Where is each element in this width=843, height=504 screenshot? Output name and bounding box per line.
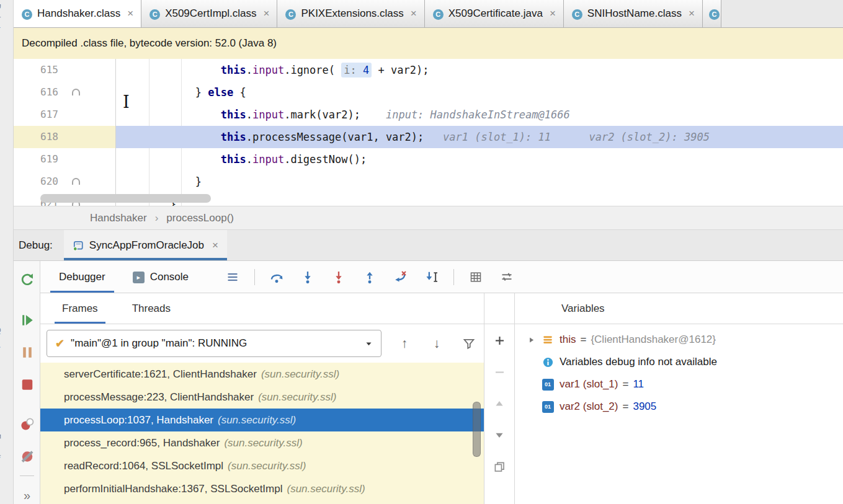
debug-session-label: SyncAppFromOracleJob xyxy=(89,239,204,252)
add-button[interactable] xyxy=(492,333,507,348)
breadcrumb-method[interactable]: processLoop() xyxy=(166,212,234,224)
run-config-icon xyxy=(73,240,84,251)
tab-close-icon[interactable]: × xyxy=(127,7,133,20)
hide-chevrons-button[interactable]: » xyxy=(19,487,35,504)
gutter[interactable]: 615 xyxy=(14,59,116,81)
code-text[interactable]: this.input.ignore( i: 4 + var2); xyxy=(116,59,843,81)
pause-button[interactable] xyxy=(19,344,35,361)
editor-tab[interactable]: CHandshaker.class× xyxy=(14,0,141,27)
line-number: 620 xyxy=(25,170,58,193)
code-text[interactable]: this.input.mark(var2); input: HandshakeI… xyxy=(116,104,843,126)
banner-text: Decompiled .class file, bytecode version… xyxy=(22,37,277,50)
thread-selector[interactable]: ✔"main"@1 in group "main": RUNNING xyxy=(47,330,381,357)
tab-close-icon[interactable]: × xyxy=(411,7,417,20)
step-out-button[interactable] xyxy=(359,267,380,288)
frame-location: serverCertificate:1621, ClientHandshaker xyxy=(64,368,257,381)
gutter[interactable]: 618 xyxy=(14,126,116,148)
stack-frame-row[interactable]: process_record:965, Handshaker(sun.secur… xyxy=(40,431,484,454)
variable-name: var1 (slot_1) xyxy=(560,378,618,391)
view-options-button[interactable] xyxy=(496,267,517,288)
editor-tab[interactable]: CSNIHostName.class× xyxy=(564,0,703,27)
gutter[interactable]: 619 xyxy=(14,148,116,170)
mute-breakpoints-button[interactable] xyxy=(19,448,35,465)
force-step-into-button[interactable] xyxy=(328,267,349,288)
tab-threads[interactable]: Threads xyxy=(132,293,171,324)
stop-button[interactable] xyxy=(19,376,35,393)
down-arrow-icon: ↓ xyxy=(434,336,440,351)
tab-close-icon[interactable]: × xyxy=(264,7,270,20)
editor-tab-label: X509CertImpl.class xyxy=(165,7,256,20)
class-icon: C xyxy=(285,7,296,20)
gutter[interactable]: 620 xyxy=(14,170,116,193)
variable-row[interactable]: this={ClientHandshaker@1612} xyxy=(515,329,843,351)
gutter[interactable]: 616 xyxy=(14,81,116,104)
tab-close-icon[interactable]: × xyxy=(689,7,695,20)
up-arrow-icon: ↑ xyxy=(401,336,408,351)
stripe-label-project[interactable]: Project xyxy=(0,4,2,29)
gutter[interactable]: 617 xyxy=(14,104,116,126)
up-arrow-button[interactable]: ↑ xyxy=(395,334,414,353)
debug-session-bar: Debug: SyncAppFromOracleJob × xyxy=(14,230,843,261)
editor-tab[interactable]: CX509Certificate.java× xyxy=(425,0,564,27)
editor-tab-label: Handshaker.class xyxy=(37,7,120,20)
funnel-button[interactable] xyxy=(460,334,478,353)
move-down-button[interactable] xyxy=(492,428,507,443)
view-breakpoints-button[interactable] xyxy=(19,416,35,433)
step-over-button[interactable] xyxy=(266,267,287,288)
expand-chevron-icon[interactable] xyxy=(522,336,540,344)
session-close-icon[interactable]: × xyxy=(212,239,218,252)
tab-debugger[interactable]: Debugger xyxy=(54,261,110,293)
variable-row[interactable]: Variables debug info not available xyxy=(515,351,843,373)
stripe-label-favorites[interactable]: Favorites xyxy=(0,434,2,467)
stack-frame-row[interactable]: readRecord:1064, SSLSocketImpl(sun.secur… xyxy=(40,454,484,477)
tab-close-icon[interactable]: × xyxy=(550,7,556,20)
move-up-button[interactable] xyxy=(492,396,507,411)
editor-tab-label: PKIXExtensions.class xyxy=(301,7,403,20)
pause-icon xyxy=(20,345,35,360)
tab-console[interactable]: ▸ Console xyxy=(128,261,194,293)
stripe-label-structure[interactable]: Structure xyxy=(0,327,2,360)
fold-marker-icon[interactable] xyxy=(72,89,80,95)
stack-frame-row[interactable]: performInitialHandshake:1367, SSLSocketI… xyxy=(40,477,484,500)
code-lines: 615 this.input.ignore( i: 4 + var2);616 … xyxy=(14,59,843,206)
table-button[interactable] xyxy=(465,267,486,288)
frames-scrollbar[interactable] xyxy=(473,402,481,457)
frames-actions-column xyxy=(484,293,515,504)
code-text[interactable]: } else { xyxy=(116,81,843,104)
fold-marker-icon[interactable] xyxy=(72,178,80,185)
rerun-button[interactable] xyxy=(19,272,35,288)
menu-button[interactable] xyxy=(222,267,243,288)
toolbar-separator xyxy=(20,475,34,476)
variable-value: 11 xyxy=(633,378,644,391)
variable-row[interactable]: 01var2 (slot_2)=3905 xyxy=(515,396,843,418)
editor-tab[interactable]: C xyxy=(703,0,721,27)
down-arrow-button[interactable]: ↓ xyxy=(427,334,446,353)
primitive-icon: 01 xyxy=(540,401,556,413)
code-text[interactable]: this.processMessage(var1, var2); var1 (s… xyxy=(116,126,843,148)
tab-frames[interactable]: Frames xyxy=(62,293,98,324)
breadcrumb-separator-icon: › xyxy=(155,212,159,224)
stack-frame-row[interactable]: processMessage:223, ClientHandshaker(sun… xyxy=(40,386,484,409)
editor-tab[interactable]: CPKIXExtensions.class× xyxy=(277,0,424,27)
code-text[interactable]: } xyxy=(116,193,843,206)
resume-button[interactable] xyxy=(19,312,35,329)
copy-stack-button[interactable] xyxy=(492,459,507,474)
remove-button[interactable] xyxy=(492,365,507,379)
debugger-toolbar: Debugger ▸ Console xyxy=(40,261,843,293)
breadcrumb-class[interactable]: Handshaker xyxy=(90,212,147,224)
thread-selector-value: "main"@1 in group "main": RUNNING xyxy=(71,337,365,350)
code-text[interactable]: } xyxy=(116,170,843,193)
code-editor[interactable]: 615 this.input.ignore( i: 4 + var2);616 … xyxy=(14,59,843,206)
drop-frame-button[interactable] xyxy=(390,267,411,288)
code-text[interactable]: this.input.digestNow(); xyxy=(116,148,843,170)
stack-frame-row[interactable]: processLoop:1037, Handshaker(sun.securit… xyxy=(40,409,484,431)
horizontal-scrollbar[interactable] xyxy=(40,194,211,203)
debug-session-tab[interactable]: SyncAppFromOracleJob × xyxy=(64,230,227,260)
editor-tab[interactable]: CX509CertImpl.class× xyxy=(141,0,277,27)
variable-row[interactable]: 01var1 (slot_1)=11 xyxy=(515,373,843,396)
console-icon: ▸ xyxy=(133,270,150,283)
stack-frame-row[interactable]: serverCertificate:1621, ClientHandshaker… xyxy=(40,363,484,386)
copy-stack-icon xyxy=(494,461,506,473)
step-into-button[interactable] xyxy=(297,267,318,288)
run-to-cursor-button[interactable] xyxy=(421,267,442,288)
